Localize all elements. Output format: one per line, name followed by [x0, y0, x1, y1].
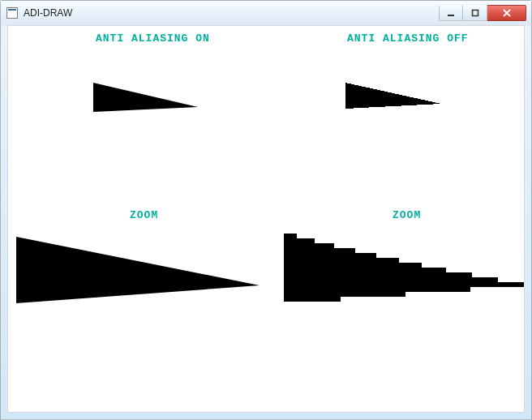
- label-zoom-right: ZOOM: [393, 209, 421, 221]
- window-frame: ADI-DRAW ANTI ALIASING ON ANTI ALIASING …: [0, 0, 532, 420]
- triangle-aa-on-small: [93, 83, 199, 123]
- svg-rect-2: [448, 15, 454, 16]
- svg-rect-3: [472, 11, 478, 16]
- svg-marker-6: [16, 237, 260, 303]
- maximize-button[interactable]: [463, 5, 487, 21]
- label-aa-on: ANTI ALIASING ON: [96, 32, 210, 45]
- triangle-aa-on-zoom: [16, 237, 260, 318]
- triangle-aa-off-small: [345, 83, 443, 120]
- window-buttons: [439, 5, 526, 21]
- svg-marker-4: [93, 83, 198, 112]
- label-zoom-left: ZOOM: [130, 209, 158, 221]
- svg-marker-5: [345, 83, 441, 109]
- client-area: ANTI ALIASING ON ANTI ALIASING OFF ZOOM …: [7, 25, 525, 413]
- triangle-aa-off-zoom: [284, 234, 527, 315]
- svg-rect-1: [8, 9, 16, 11]
- minimize-button[interactable]: [439, 5, 463, 21]
- label-aa-off: ANTI ALIASING OFF: [347, 32, 469, 45]
- window-title: ADI-DRAW: [24, 7, 72, 19]
- app-icon: [6, 6, 19, 19]
- titlebar[interactable]: ADI-DRAW: [1, 1, 531, 26]
- close-button[interactable]: [487, 5, 526, 21]
